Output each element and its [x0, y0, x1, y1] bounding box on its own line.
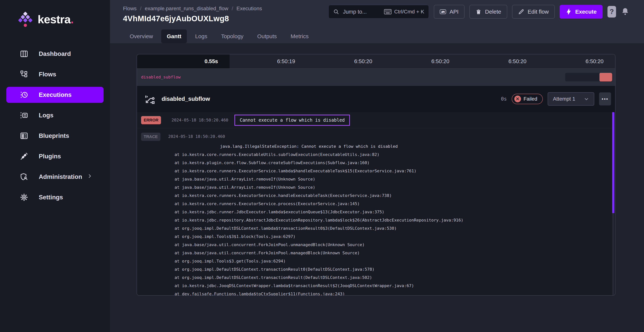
stack-trace-line: at io.kestra.core.runners.ExecutorServic…: [174, 192, 464, 200]
timeline-duration-cell: 0.55s: [137, 54, 230, 68]
status-label: Failed: [524, 96, 538, 102]
sidebar: kestra. Dashboard Flows Executions Logs …: [0, 0, 110, 332]
sidebar-nav: Dashboard Flows Executions Logs Blueprin…: [0, 46, 110, 205]
breadcrumb: Flows / example.parent_runs_disabled_flo…: [123, 6, 262, 12]
tab-topology[interactable]: Topology: [216, 30, 249, 43]
notifications-bell-icon[interactable]: [621, 7, 630, 17]
log-row-error: ERROR 2024-05-18 18:50:20.460 Cannot exe…: [137, 112, 615, 128]
executions-icon: [20, 90, 28, 99]
attempt-select-value: Attempt 1: [553, 96, 575, 102]
task-name: disabled_subflow: [162, 96, 210, 102]
gantt-timeline-header: 0.55s 6:50:19 6:50:20 6:50:20 6:50:20 6:…: [137, 54, 615, 68]
stack-trace-line: at io.kestra.jdbc.repository.AbstractJdb…: [174, 216, 464, 224]
gantt-task-label: disabled_subflow: [141, 75, 180, 79]
task-menu-button[interactable]: •••: [599, 92, 611, 106]
sidebar-item-administration[interactable]: Administration: [6, 169, 104, 185]
svg-text:API: API: [442, 11, 444, 13]
api-icon: API: [440, 8, 446, 15]
log-scrollbar[interactable]: [612, 112, 614, 296]
edit-flow-button[interactable]: Edit flow: [512, 5, 555, 19]
stack-trace-line: at io.kestra.jdbc.JooqDSLContextWrapper.…: [174, 282, 464, 290]
timeline-tick: 6:50:19: [230, 54, 307, 68]
keyboard-icon: [384, 9, 392, 14]
stack-trace-line: at dev.failsafe.Functions.lambda$toCtxSu…: [174, 290, 464, 296]
breadcrumb-flows[interactable]: Flows: [123, 6, 136, 12]
sidebar-item-logs[interactable]: Logs: [6, 107, 104, 123]
search-shortcut: Ctrl/Cmd + K: [384, 9, 424, 15]
api-button[interactable]: API API: [434, 5, 464, 19]
sidebar-item-blueprints[interactable]: Blueprints: [6, 128, 104, 144]
app-root: kestra. Dashboard Flows Executions Logs …: [0, 0, 644, 332]
tab-metrics[interactable]: Metrics: [285, 30, 314, 43]
log-row-trace: TRACE 2024-05-18 18:50:20.460 java.lang.…: [137, 128, 615, 296]
sidebar-item-plugins[interactable]: Plugins: [6, 148, 104, 164]
ellipsis-icon: •••: [602, 96, 608, 102]
execute-button[interactable]: Execute: [560, 5, 603, 19]
sidebar-item-label: Blueprints: [39, 132, 69, 139]
circle-x-icon: ✕: [514, 96, 521, 102]
stack-trace-line: at io.kestra.core.runners.ExecutorServic…: [174, 167, 464, 175]
settings-icon: [20, 193, 28, 202]
sidebar-item-label: Settings: [39, 194, 63, 201]
stack-trace-line: at org.jooq.impl.DefaultDSLContext.lambd…: [174, 224, 464, 232]
header-left: Flows / example.parent_runs_disabled_flo…: [123, 5, 262, 23]
breadcrumb-separator: /: [232, 6, 233, 12]
sidebar-item-settings[interactable]: Settings: [6, 189, 104, 205]
timeline-tick: 6:50:20: [461, 54, 538, 68]
stack-trace-line: at java.base/java.util.ArrayList.removeI…: [174, 183, 464, 192]
logo-wordmark: kestra.: [38, 13, 74, 26]
plugins-icon: [20, 152, 28, 160]
header-controls: Jump to... Ctrl/Cmd + K API API Delete: [328, 5, 630, 19]
log-scrollbar-thumb[interactable]: [612, 112, 614, 213]
tab-logs[interactable]: Logs: [190, 30, 213, 43]
tab-overview[interactable]: Overview: [124, 30, 158, 43]
stack-trace-line: at java.base/java.util.concurrent.ForkJo…: [174, 241, 464, 249]
stack-trace-line: at org.jooq.impl.DefaultDSLContext.trans…: [174, 274, 464, 282]
timeline-tick: 6:50:20: [307, 54, 384, 68]
main-area: Flows / example.parent_runs_disabled_flo…: [110, 0, 644, 332]
kestra-logo[interactable]: kestra.: [0, 9, 110, 30]
stack-trace-line: at org.jooq.impl.DefaultDSLContext.trans…: [174, 265, 464, 274]
administration-icon: [20, 172, 28, 181]
gantt-task-bar[interactable]: [565, 73, 612, 82]
content-area: 0.55s 6:50:19 6:50:20 6:50:20 6:50:20 6:…: [110, 43, 644, 332]
delete-button[interactable]: Delete: [470, 5, 507, 19]
stack-trace-line: at org.jooq.impl.Tools$3.get(Tools.java:…: [174, 257, 464, 265]
tab-gantt[interactable]: Gantt: [161, 30, 187, 43]
execution-tabs: Overview Gantt Logs Topology Outputs Met…: [123, 30, 630, 43]
tab-outputs[interactable]: Outputs: [252, 30, 282, 43]
sidebar-item-label: Logs: [39, 112, 54, 119]
stack-trace-line: at io.kestra.jdbc.runner.JdbcExecutor.la…: [174, 208, 464, 216]
subflow-icon: [144, 94, 155, 104]
log-timestamp: 2024-05-18 18:50:20.460: [172, 118, 231, 122]
gantt-task-row[interactable]: disabled_subflow: [137, 68, 615, 86]
stack-trace-line: at java.base/java.util.concurrent.ForkJo…: [174, 249, 464, 257]
sidebar-item-executions[interactable]: Executions: [6, 87, 104, 103]
attempt-select[interactable]: Attempt 1: [548, 92, 594, 106]
sidebar-item-flows[interactable]: Flows: [6, 66, 104, 82]
error-message-highlight: Cannot execute a flow which is disabled: [234, 114, 350, 126]
status-badge-failed[interactable]: ✕ Failed: [512, 94, 543, 104]
task-duration: 0s: [501, 96, 507, 102]
breadcrumb-executions[interactable]: Executions: [236, 6, 262, 12]
timeline-tick: 6:50:20: [384, 54, 461, 68]
top-header: Flows / example.parent_runs_disabled_flo…: [110, 0, 644, 43]
search-placeholder: Jump to...: [343, 9, 380, 15]
flows-icon: [20, 70, 28, 78]
task-detail-header: disabled_subflow 0s ✕ Failed Attempt 1 •…: [137, 86, 615, 112]
task-controls: 0s ✕ Failed Attempt 1 •••: [501, 92, 611, 106]
jump-to-search[interactable]: Jump to... Ctrl/Cmd + K: [328, 5, 429, 19]
gantt-panel: 0.55s 6:50:19 6:50:20 6:50:20 6:50:20 6:…: [136, 54, 616, 296]
breadcrumb-namespace[interactable]: example.parent_runs_disabled_flow: [145, 6, 228, 12]
stack-trace-line: at io.kestra.core.runners.ExecutableUtil…: [174, 150, 464, 159]
stack-trace-line: at io.kestra.plugin.core.flow.Subflow.cr…: [174, 159, 464, 167]
pencil-icon: [518, 8, 524, 15]
timeline-tick: 6:50:20: [538, 54, 615, 68]
sidebar-item-label: Dashboard: [39, 50, 71, 58]
gantt-task-bar-failed-segment: [600, 73, 612, 82]
page-title: 4VhMId47e6jyAubOUXLwg8: [123, 14, 262, 23]
trash-icon: [475, 8, 482, 15]
help-button[interactable]: ?: [608, 6, 616, 18]
sidebar-item-dashboard[interactable]: Dashboard: [6, 46, 104, 62]
stack-trace-line: at org.jooq.impl.Tools$3$1.block(Tools.j…: [174, 232, 464, 241]
